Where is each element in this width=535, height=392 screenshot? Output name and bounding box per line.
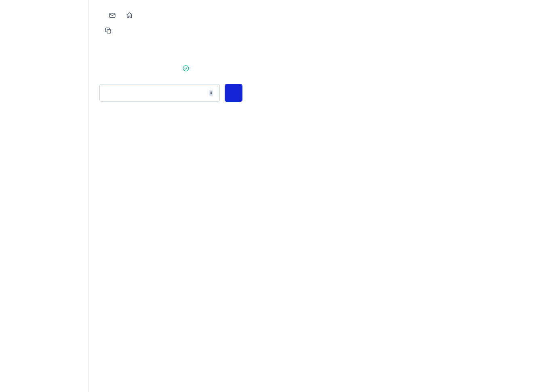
quantity-stepper[interactable]: ▲ ▼ bbox=[209, 90, 213, 96]
delegate-button[interactable] bbox=[225, 84, 242, 102]
copy-icon[interactable] bbox=[104, 27, 112, 35]
check-circle-icon bbox=[182, 65, 190, 72]
amount-input-wrap[interactable]: ▲ ▼ bbox=[99, 84, 220, 102]
sidebar bbox=[0, 0, 89, 392]
chevron-down-icon[interactable]: ▼ bbox=[210, 93, 213, 95]
status-value bbox=[182, 65, 524, 72]
main-content: ▲ ▼ bbox=[89, 0, 535, 392]
status-label bbox=[99, 65, 182, 72]
validator-detail-panel: ▲ ▼ bbox=[99, 0, 524, 123]
home-icon[interactable] bbox=[125, 11, 133, 19]
mail-icon[interactable] bbox=[108, 11, 116, 19]
svg-point-2 bbox=[183, 65, 189, 71]
amount-input[interactable] bbox=[104, 89, 209, 97]
svg-rect-1 bbox=[107, 30, 111, 33]
